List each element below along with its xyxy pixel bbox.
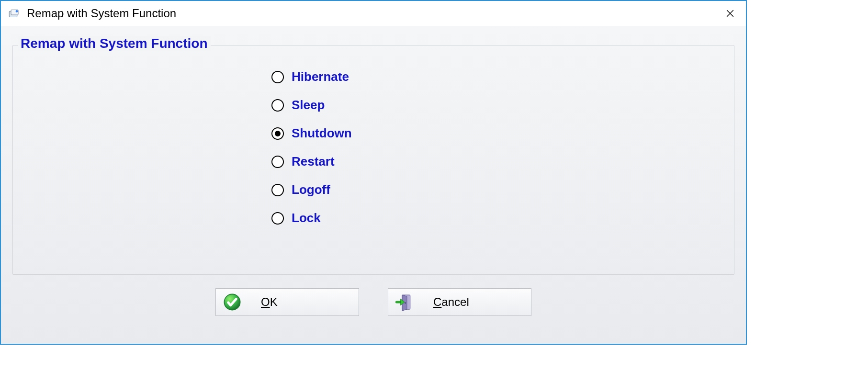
radio-indicator [271,99,284,112]
radio-option-restart[interactable]: Restart [271,154,724,169]
button-row: OK Cancel [12,288,734,316]
group-legend: Remap with System Function [18,36,211,51]
radio-option-sleep[interactable]: Sleep [271,98,724,113]
dialog-window: Remap with System Function Remap with Sy… [0,0,747,345]
radio-indicator [271,71,284,83]
radio-indicator [271,127,284,140]
radio-label: Shutdown [292,126,352,141]
options-list: HibernateSleepShutdownRestartLogoffLock [271,69,724,225]
radio-option-hibernate[interactable]: Hibernate [271,69,724,84]
close-button[interactable] [718,4,742,23]
radio-label: Lock [292,211,321,225]
system-function-group: Remap with System Function HibernateSlee… [12,45,734,275]
radio-label: Sleep [292,98,325,113]
svg-point-7 [405,302,406,304]
app-icon [8,7,20,20]
radio-indicator [271,156,284,168]
radio-option-lock[interactable]: Lock [271,211,724,225]
radio-label: Logoff [292,182,330,197]
radio-label: Restart [292,154,335,169]
cancel-button-label: Cancel [428,295,524,309]
titlebar: Remap with System Function [1,1,746,26]
cancel-button[interactable]: Cancel [388,288,531,316]
checkmark-icon [223,293,242,312]
ok-button[interactable]: OK [215,288,359,316]
radio-indicator [271,212,284,225]
radio-label: Hibernate [292,69,349,84]
svg-point-2 [16,10,18,12]
radio-indicator [271,184,284,196]
radio-option-logoff[interactable]: Logoff [271,182,724,197]
ok-button-label: OK [256,295,352,309]
window-title: Remap with System Function [27,7,718,20]
radio-option-shutdown[interactable]: Shutdown [271,126,724,141]
close-icon [726,6,734,21]
client-area: Remap with System Function HibernateSlee… [1,26,746,344]
exit-door-icon [395,293,414,312]
